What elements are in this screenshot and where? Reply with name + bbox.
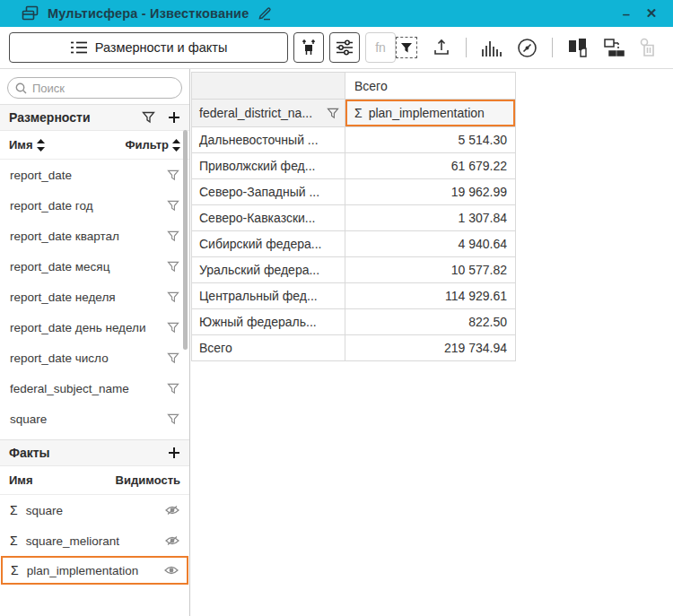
chart-button[interactable] bbox=[481, 39, 503, 56]
add-fact-button[interactable] bbox=[168, 447, 180, 459]
row-value-cell[interactable]: 19 962.99 bbox=[345, 179, 516, 205]
dimensions-facts-label: Размерности и факты bbox=[95, 40, 228, 55]
filter-icon[interactable] bbox=[327, 108, 339, 119]
sidebar-scrollbar-thumb[interactable] bbox=[183, 130, 188, 350]
sliders-icon bbox=[336, 39, 354, 56]
row-value-cell[interactable]: 1 307.84 bbox=[345, 205, 516, 231]
row-value-cell[interactable]: 219 734.94 bbox=[345, 335, 516, 361]
dimensions-title: Размерности bbox=[9, 110, 129, 125]
archive-button-disabled bbox=[639, 38, 659, 57]
dimensions-list: report_date report_date год report_date … bbox=[0, 160, 189, 434]
pivot-table: Всего federal_district_na... Σ plan_impl… bbox=[191, 72, 516, 361]
dimensions-facts-button[interactable]: Размерности и факты bbox=[9, 32, 288, 63]
minimize-button[interactable]: – bbox=[614, 6, 639, 22]
collapse-dimensions-icon bbox=[300, 39, 318, 56]
filter-icon[interactable] bbox=[167, 352, 179, 364]
filter-icon[interactable] bbox=[167, 413, 179, 425]
sigma-icon: Σ bbox=[10, 534, 18, 548]
dimension-row[interactable]: report_date bbox=[0, 160, 189, 190]
row-label-cell[interactable]: Центральный фед... bbox=[192, 283, 345, 309]
app-window: Мультисфера - Известкование – ✕ Размерно… bbox=[0, 0, 673, 616]
pivot-row: Южный федераль... 822.50 bbox=[192, 309, 516, 335]
dimensions-section-header: Размерности bbox=[0, 104, 189, 131]
row-label-cell[interactable]: Северо-Кавказски... bbox=[192, 205, 345, 231]
facts-section-header: Факты bbox=[0, 439, 189, 466]
sort-arrows-icon bbox=[37, 139, 45, 152]
fact-row[interactable]: Σ square bbox=[0, 495, 189, 525]
sidebar: Размерности Имя Фильтр bbox=[0, 69, 190, 616]
sort-arrows-icon bbox=[172, 139, 180, 152]
facts-column-headers: Имя Видимость bbox=[0, 466, 189, 495]
dimension-row[interactable]: federal_subject_name bbox=[0, 373, 189, 403]
filter-icon[interactable] bbox=[167, 322, 179, 334]
fact-row-selected[interactable]: Σ plan_implementation bbox=[1, 556, 188, 585]
dimension-row[interactable]: report_date неделя bbox=[0, 282, 189, 312]
pivot-row: Центральный фед... 114 929.61 bbox=[192, 283, 516, 309]
selection-filter-button[interactable] bbox=[396, 37, 417, 58]
list-icon bbox=[70, 40, 88, 55]
facts-visibility-header: Видимость bbox=[116, 473, 180, 487]
pivot-corner-cell[interactable] bbox=[192, 73, 345, 100]
search-input[interactable] bbox=[32, 82, 190, 95]
sort-by-name[interactable]: Имя bbox=[9, 138, 45, 152]
rename-pencil-icon[interactable] bbox=[257, 6, 272, 21]
dimension-row[interactable]: report_date месяц bbox=[0, 251, 189, 282]
pivot-row: Уральский федера... 10 577.82 bbox=[192, 257, 516, 283]
row-value-cell[interactable]: 5 514.30 bbox=[345, 127, 516, 153]
pivot-measure-header-selected[interactable]: Σ plan_implementation bbox=[345, 100, 516, 127]
toolbar: Размерности и факты fn bbox=[0, 27, 673, 69]
row-value-cell[interactable]: 822.50 bbox=[345, 309, 516, 335]
pivot-total-column-header[interactable]: Всего bbox=[345, 73, 516, 100]
view-settings-button[interactable] bbox=[329, 32, 360, 63]
sigma-icon: Σ bbox=[11, 563, 19, 577]
row-value-cell[interactable]: 114 929.61 bbox=[345, 283, 516, 309]
filter-icon[interactable] bbox=[167, 291, 179, 303]
row-label-cell[interactable]: Южный федераль... bbox=[192, 309, 345, 335]
add-dimension-button[interactable] bbox=[168, 111, 180, 124]
fact-row[interactable]: Σ square_meliorant bbox=[0, 525, 189, 556]
row-value-cell[interactable]: 10 577.82 bbox=[345, 257, 516, 283]
row-value-cell[interactable]: 4 940.64 bbox=[345, 231, 516, 257]
row-label-cell[interactable]: Северо-Западный ... bbox=[192, 179, 345, 205]
export-button[interactable] bbox=[432, 38, 451, 57]
filter-icon[interactable] bbox=[167, 261, 179, 273]
row-value-cell[interactable]: 61 679.22 bbox=[345, 153, 516, 179]
row-label-cell[interactable]: Приволжский фед... bbox=[192, 153, 345, 179]
filter-icon[interactable] bbox=[167, 169, 179, 181]
dimensions-filter-icon[interactable] bbox=[142, 111, 155, 124]
eye-off-icon[interactable] bbox=[165, 535, 179, 546]
pivot-row: Северо-Западный ... 19 962.99 bbox=[192, 179, 516, 205]
row-label-cell[interactable]: Сибирский федера... bbox=[192, 231, 345, 257]
dashed-selection-icon bbox=[396, 37, 417, 58]
eye-icon[interactable] bbox=[164, 565, 179, 576]
search-box[interactable] bbox=[7, 77, 182, 99]
dimension-row[interactable]: report_date число bbox=[0, 343, 189, 373]
dimension-row[interactable]: report_date день недели bbox=[0, 312, 189, 343]
filter-icon[interactable] bbox=[167, 230, 179, 242]
filter-icon[interactable] bbox=[167, 200, 179, 212]
facts-list: Σ square Σ square_meliorant bbox=[0, 495, 189, 585]
dimensions-column-headers: Имя Фильтр bbox=[0, 131, 189, 160]
structure-button[interactable] bbox=[603, 38, 625, 57]
dimension-row[interactable]: square bbox=[0, 403, 189, 434]
row-label-cell[interactable]: Уральский федера... bbox=[192, 257, 345, 283]
fn-label: fn bbox=[375, 40, 386, 55]
toolbar-separator bbox=[552, 38, 553, 57]
dimension-row[interactable]: report_date год bbox=[0, 190, 189, 221]
dimension-row[interactable]: report_date квартал bbox=[0, 221, 189, 251]
row-label-cell[interactable]: Дальневосточный ... bbox=[192, 127, 345, 153]
pivot-row-dimension-header[interactable]: federal_district_na... bbox=[192, 100, 345, 127]
content-area: Размерности Имя Фильтр bbox=[0, 69, 673, 616]
collapse-dimensions-button[interactable] bbox=[293, 32, 324, 63]
search-icon bbox=[15, 82, 27, 94]
sort-by-filter[interactable]: Фильтр bbox=[125, 138, 180, 152]
filter-icon[interactable] bbox=[167, 383, 179, 395]
copy-multisphere-button[interactable] bbox=[567, 38, 589, 57]
gauge-button[interactable] bbox=[517, 38, 538, 58]
sigma-icon: Σ bbox=[354, 106, 363, 120]
sigma-icon: Σ bbox=[10, 503, 18, 517]
pivot-row: Сибирский федера... 4 940.64 bbox=[192, 231, 516, 257]
close-button[interactable]: ✕ bbox=[639, 5, 664, 22]
eye-off-icon[interactable] bbox=[165, 505, 179, 516]
row-label-cell[interactable]: Всего bbox=[192, 335, 345, 361]
